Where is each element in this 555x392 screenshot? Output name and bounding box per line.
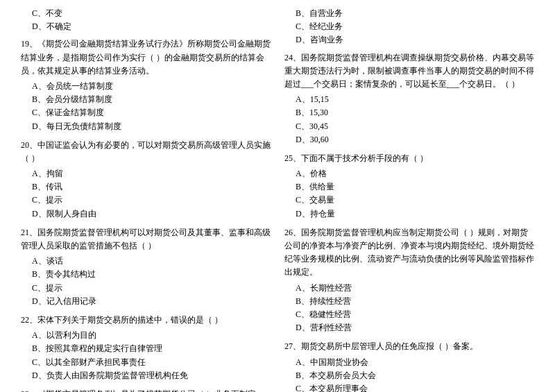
q26-option-b: B、持续性经营 (296, 295, 534, 308)
main-columns: C、不变 D、不确定 19、《期货公司金融期货结算业务试行办法》所称期货公司金融… (21, 7, 534, 392)
q24-option-b: B、15,30 (296, 106, 534, 119)
question-22: 22、宋体下列关于期货交易所的描述中，错误的是（ ） A、以营利为目的 B、按照… (21, 314, 271, 382)
q22-option-b: B、按照其章程的规定实行自律管理 (32, 342, 271, 355)
q20-option-a: A、拘留 (32, 167, 271, 180)
q26-option-a: A、长期性经营 (296, 282, 534, 295)
q21-option-d: D、记入信用记录 (32, 295, 271, 308)
q20-option-d: D、限制人身自由 (32, 207, 271, 221)
q19-option-d: D、每日无负债结算制度 (32, 120, 271, 133)
question-27: 27、期货交易所中层管理人员的任免应报（ ）备案。 A、中国期货业协会 B、本交… (284, 340, 534, 392)
q24-option-d: D、30,60 (296, 133, 534, 146)
question-27-text: 27、期货交易所中层管理人员的任免应报（ ）备案。 (284, 340, 534, 353)
q24-option-c: C、30,45 (296, 120, 534, 133)
q20-option-c: C、提示 (32, 194, 271, 207)
question-23: 23、《期货交易管理条例》是为了规范期货公司（ ）业务而制定的。 A、结算业务 (21, 388, 271, 392)
left-column: C、不变 D、不确定 19、《期货公司金融期货结算业务试行办法》所称期货公司金融… (21, 7, 278, 392)
question-21-text: 21、国务院期货监督管理机构可以对期货公司及其董事、监事和高级管理人员采取的监管… (21, 226, 271, 253)
q26-option-c: C、稳健性经营 (296, 308, 534, 321)
q27-option-c: C、本交易所理事会 (296, 382, 534, 392)
question-25-text: 25、下面不属于技术分析手段的有（ ） (284, 152, 534, 165)
q25-option-b: B、供给量 (296, 180, 534, 194)
question-21: 21、国务院期货监督管理机构可以对期货公司及其董事、监事和高级管理人员采取的监管… (21, 226, 271, 308)
question-19-text: 19、《期货公司金融期货结算业务试行办法》所称期货公司金融期货结算业务，是指期货… (21, 37, 271, 78)
question-26-text: 26、国务院期货监督管理机构应当制定期货公司（ ）规则，对期货公司的净资本与净资… (284, 226, 534, 280)
q19-option-a: A、会员统一结算制度 (32, 80, 271, 93)
question-20-text: 20、中国证监会认为有必要的，可以对期货交易所高级管理人员实施（ ） (21, 139, 271, 165)
option-d: D、不确定 (32, 20, 271, 33)
option-c: C、不变 (32, 7, 271, 20)
q20-option-b: B、传讯 (32, 180, 271, 194)
question-19: 19、《期货公司金融期货结算业务试行办法》所称期货公司金融期货结算业务，是指期货… (21, 37, 271, 133)
q22-option-c: C、以其全部财产承担民事责任 (32, 356, 271, 369)
q19-option-b: B、会员分级结算制度 (32, 93, 271, 106)
right-column: B、自营业务 C、经纪业务 D、咨询业务 24、国务院期货监督管理机构在调查操纵… (278, 7, 534, 392)
top-option-b: B、自营业务 (296, 7, 534, 20)
question-24: 24、国务院期货监督管理机构在调查操纵期货交易价格、内幕交易等重大期货违法行为时… (284, 51, 534, 146)
question-top-cd: C、不变 D、不确定 (21, 7, 271, 33)
q26-option-d: D、营利性经营 (296, 321, 534, 334)
question-25: 25、下面不属于技术分析手段的有（ ） A、价格 B、供给量 C、交易量 D、持… (284, 152, 534, 221)
q22-option-a: A、以营利为目的 (32, 329, 271, 342)
question-20: 20、中国证监会认为有必要的，可以对期货交易所高级管理人员实施（ ） A、拘留 … (21, 139, 271, 221)
top-option-c: C、经纪业务 (296, 20, 534, 33)
q24-option-a: A、15,15 (296, 93, 534, 106)
q25-option-d: D、持仓量 (296, 207, 534, 221)
q21-option-c: C、提示 (32, 282, 271, 295)
question-22-text: 22、宋体下列关于期货交易所的描述中，错误的是（ ） (21, 314, 271, 327)
top-option-d: D、咨询业务 (296, 33, 534, 46)
q27-option-a: A、中国期货业协会 (296, 356, 534, 369)
question-top-bcd: B、自营业务 C、经纪业务 D、咨询业务 (284, 7, 534, 47)
question-24-text: 24、国务院期货监督管理机构在调查操纵期货交易价格、内幕交易等重大期货违法行为时… (284, 51, 534, 92)
q21-option-b: B、责令其结构过 (32, 268, 271, 281)
q25-option-a: A、价格 (296, 167, 534, 180)
q21-option-a: A、谈话 (32, 255, 271, 268)
question-23-text: 23、《期货交易管理条例》是为了规范期货公司（ ）业务而制定的。 (21, 388, 271, 392)
question-26: 26、国务院期货监督管理机构应当制定期货公司（ ）规则，对期货公司的净资本与净资… (284, 226, 534, 335)
q22-option-d: D、负责人由国务院期货监督管理机构任免 (32, 369, 271, 382)
q27-option-b: B、本交易所会员大会 (296, 369, 534, 382)
q19-option-c: C、保证金结算制度 (32, 106, 271, 119)
q25-option-c: C、交易量 (296, 194, 534, 207)
page-content: C、不变 D、不确定 19、《期货公司金融期货结算业务试行办法》所称期货公司金融… (21, 7, 534, 392)
